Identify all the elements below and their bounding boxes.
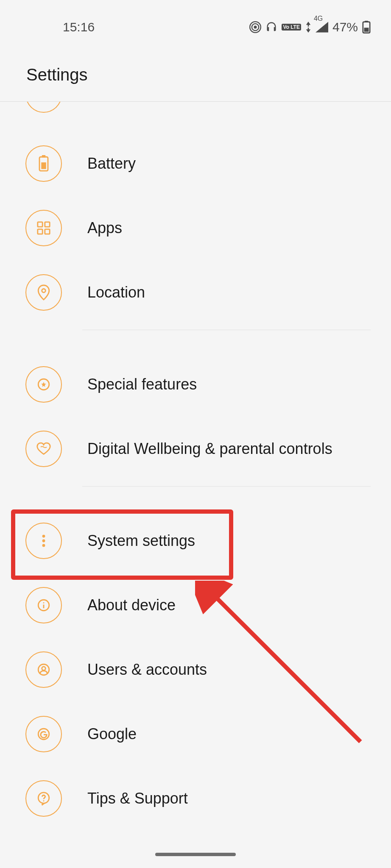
svg-rect-5 (364, 28, 369, 32)
svg-point-16 (42, 540, 45, 542)
volte-icon: Vo LTE (282, 24, 301, 31)
list-item-label: Tips & Support (87, 790, 188, 807)
battery-percent: 47% (332, 20, 358, 34)
list-item-battery[interactable]: Battery (0, 131, 391, 196)
partial-icon (25, 102, 62, 113)
svg-point-25 (43, 800, 45, 801)
list-item-label: Users & accounts (87, 661, 207, 679)
svg-rect-9 (38, 222, 42, 227)
signal-icon: 4G (316, 22, 328, 33)
svg-rect-4 (365, 21, 368, 22)
section-divider (82, 486, 371, 487)
svg-point-15 (42, 535, 45, 538)
settings-list: Battery Apps Location (0, 102, 391, 831)
svg-rect-11 (38, 229, 42, 234)
status-time: 15:16 (63, 20, 95, 34)
headphones-icon (265, 21, 277, 33)
page-title: Settings (26, 65, 365, 84)
list-item-partial[interactable] (0, 102, 391, 131)
svg-point-19 (43, 602, 45, 604)
list-item-system-settings[interactable]: System settings (0, 509, 391, 573)
list-item-label: Battery (87, 155, 136, 172)
signal-label: 4G (314, 15, 323, 22)
list-item-about-device[interactable]: About device (0, 573, 391, 637)
list-item-label: Special features (87, 376, 197, 393)
tips-support-icon (25, 780, 62, 817)
list-item-users-accounts[interactable]: Users & accounts (0, 637, 391, 702)
svg-rect-8 (41, 162, 46, 169)
volte-label: Vo LTE (283, 25, 300, 30)
svg-point-22 (42, 667, 46, 670)
list-item-label: System settings (87, 532, 195, 550)
svg-point-0 (254, 26, 257, 29)
about-device-icon (25, 587, 62, 623)
list-item-label: Location (87, 284, 145, 301)
list-item-special-features[interactable]: Special features (0, 352, 391, 417)
nav-gesture-pill[interactable] (155, 853, 236, 856)
list-item-digital-wellbeing[interactable]: Digital Wellbeing & parental controls (0, 417, 391, 481)
wellbeing-icon (25, 431, 62, 467)
location-icon (25, 274, 62, 311)
list-item-location[interactable]: Location (0, 260, 391, 325)
users-accounts-icon (25, 651, 62, 688)
svg-rect-12 (45, 229, 50, 234)
status-bar: 15:16 Vo LTE 4G (0, 0, 391, 40)
list-item-tips-support[interactable]: Tips & Support (0, 766, 391, 831)
special-features-icon (25, 366, 62, 403)
svg-rect-7 (42, 155, 46, 158)
apps-icon (25, 210, 62, 246)
list-item-google[interactable]: Google (0, 702, 391, 766)
system-settings-icon (25, 523, 62, 559)
battery-settings-icon (25, 145, 62, 182)
list-item-apps[interactable]: Apps (0, 196, 391, 260)
list-item-label: Digital Wellbeing & parental controls (87, 440, 332, 458)
svg-rect-10 (45, 222, 50, 227)
hotspot-icon (249, 21, 261, 33)
list-item-label: Google (87, 725, 137, 743)
battery-icon (362, 21, 371, 33)
svg-point-13 (42, 289, 46, 293)
google-icon (25, 716, 62, 752)
svg-point-17 (42, 544, 45, 547)
list-item-label: Apps (87, 219, 122, 237)
section-divider (82, 330, 371, 330)
data-arrows-icon (305, 22, 311, 33)
page-header: Settings (0, 40, 391, 101)
list-item-label: About device (87, 596, 176, 614)
